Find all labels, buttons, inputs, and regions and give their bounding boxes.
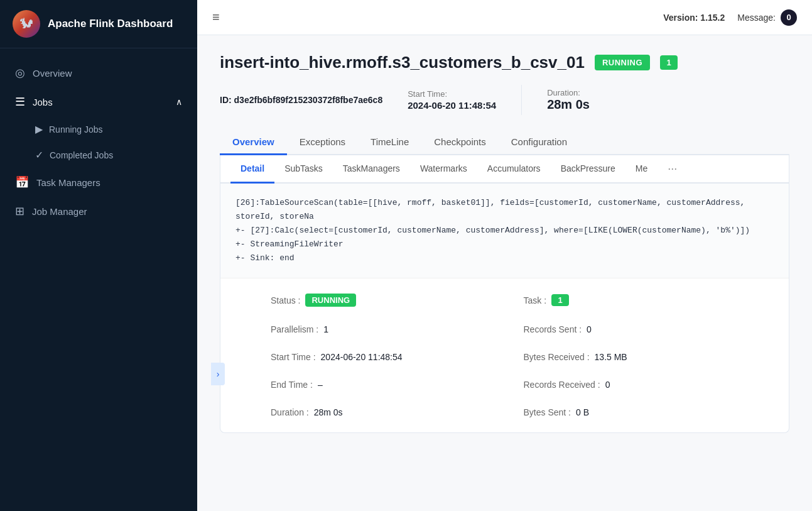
job-title: insert-into_hive.rmoff.s3_customers_b_cs… — [220, 53, 585, 72]
running-jobs-icon: ▶ — [35, 123, 43, 135]
task-row: Task : 1 — [524, 294, 739, 307]
bytes-received-label: Bytes Received : — [524, 352, 590, 362]
end-time-value: – — [318, 380, 323, 390]
job-id-row: ID: d3e2fb6bf89f215230372f8fbe7ae6c8 — [220, 95, 382, 105]
code-line-4: +- Sink: end — [235, 251, 774, 265]
more-tabs-icon[interactable]: ··· — [663, 157, 682, 180]
job-start-time-label: Start Time: — [408, 89, 496, 99]
code-line-3: +- StreamingFileWriter — [235, 238, 774, 251]
sidebar-item-label-running-jobs: Running Jobs — [49, 124, 103, 135]
job-duration-label: Duration: — [547, 88, 590, 97]
sub-tabs: Detail SubTasks TaskManagers Watermarks … — [220, 155, 789, 184]
tab-checkpoints[interactable]: Checkpoints — [421, 130, 499, 155]
sub-tab-subtasks[interactable]: SubTasks — [274, 155, 333, 184]
details-grid: Status : RUNNING Task : 1 Parallelism : … — [220, 278, 789, 432]
sidebar-item-job-manager[interactable]: ⊞ Job Manager — [0, 197, 197, 226]
sidebar-item-label-job-manager: Job Manager — [32, 206, 87, 217]
sidebar-item-label-task-managers: Task Managers — [36, 177, 100, 188]
tab-configuration[interactable]: Configuration — [499, 130, 580, 155]
parallelism-label: Parallelism : — [271, 324, 318, 334]
job-task-count-badge: 1 — [660, 55, 678, 70]
detail-duration-value: 28m 0s — [314, 407, 343, 417]
detail-panel: Detail SubTasks TaskManagers Watermarks … — [220, 155, 789, 433]
topbar: ≡ Version: 1.15.2 Message: 0 — [197, 0, 812, 35]
sidebar-item-task-managers[interactable]: 📅 Task Managers — [0, 168, 197, 197]
bytes-sent-row: Bytes Sent : 0 B — [524, 407, 739, 417]
records-sent-row: Records Sent : 0 — [524, 324, 739, 334]
bytes-received-value: 13.5 MB — [595, 352, 627, 362]
tab-exceptions[interactable]: Exceptions — [287, 130, 358, 155]
task-managers-icon: 📅 — [15, 175, 29, 189]
bytes-sent-value: 0 B — [576, 407, 589, 417]
records-sent-value: 0 — [587, 324, 592, 334]
parallelism-row: Parallelism : 1 — [271, 324, 486, 334]
detail-start-time-label: Start Time : — [271, 352, 316, 362]
hamburger-icon[interactable]: ≡ — [212, 10, 220, 25]
records-sent-label: Records Sent : — [524, 324, 582, 334]
end-time-label: End Time : — [271, 380, 313, 390]
detail-start-time-value: 2024-06-20 11:48:54 — [321, 352, 403, 362]
sub-tab-metrics[interactable]: Me — [625, 155, 658, 184]
app-title: Apache Flink Dashboard — [48, 18, 173, 30]
detail-start-time-row: Start Time : 2024-06-20 11:48:54 — [271, 352, 486, 362]
status-label: Status : — [271, 295, 300, 305]
sidebar-item-label-jobs: Jobs — [33, 97, 53, 107]
records-received-value: 0 — [605, 380, 610, 390]
job-start-time-block: Start Time: 2024-06-20 11:48:54 — [408, 89, 496, 111]
chevron-up-icon: ∧ — [176, 97, 182, 107]
app-logo: 🐿 — [13, 10, 40, 38]
version-display: Version: 1.15.2 — [663, 13, 725, 23]
version-label: Version: — [663, 13, 698, 23]
sub-tab-watermarks[interactable]: Watermarks — [410, 155, 477, 184]
sidebar-item-completed-jobs[interactable]: ✓ Completed Jobs — [0, 142, 197, 168]
expand-panel-button[interactable]: › — [211, 363, 225, 385]
version-value: 1.15.2 — [700, 13, 725, 23]
jobs-icon: ☰ — [15, 95, 25, 109]
status-row: Status : RUNNING — [271, 294, 486, 307]
sub-tab-task-managers[interactable]: TaskManagers — [333, 155, 410, 184]
tab-timeline[interactable]: TimeLine — [358, 130, 421, 155]
code-line-1: [26]:TableSourceScan(table=[[hive, rmoff… — [235, 196, 774, 224]
status-value: RUNNING — [305, 294, 356, 307]
detail-duration-row: Duration : 28m 0s — [271, 407, 486, 417]
message-display: Message: 0 — [737, 9, 797, 26]
completed-jobs-icon: ✓ — [35, 149, 43, 161]
job-plan-code: [26]:TableSourceScan(table=[[hive, rmoff… — [220, 184, 789, 278]
main-area: ≡ Version: 1.15.2 Message: 0 insert-into… — [197, 0, 812, 511]
detail-duration-label: Duration : — [271, 407, 309, 417]
message-badge[interactable]: 0 — [781, 9, 797, 26]
bytes-sent-label: Bytes Sent : — [524, 407, 571, 417]
task-value: 1 — [551, 294, 569, 306]
overview-icon: ◎ — [15, 66, 25, 80]
code-line-2: +- [27]:Calc(select=[customerId, custome… — [235, 224, 774, 238]
parallelism-value: 1 — [323, 324, 328, 334]
vertical-divider — [521, 85, 522, 115]
tab-overview[interactable]: Overview — [220, 130, 287, 155]
job-start-time-value: 2024-06-20 11:48:54 — [408, 100, 496, 111]
job-meta: ID: d3e2fb6bf89f215230372f8fbe7ae6c8 Sta… — [220, 85, 789, 115]
sidebar-item-overview[interactable]: ◎ Overview — [0, 58, 197, 87]
sidebar-header: 🐿 Apache Flink Dashboard — [0, 0, 197, 48]
sub-tab-back-pressure[interactable]: BackPressure — [551, 155, 625, 184]
job-id-label: ID: — [220, 95, 232, 105]
job-header: insert-into_hive.rmoff.s3_customers_b_cs… — [220, 53, 789, 72]
job-manager-icon: ⊞ — [15, 204, 24, 218]
sidebar-item-label-overview: Overview — [33, 68, 72, 79]
sidebar-item-jobs[interactable]: ☰ Jobs ∧ — [0, 87, 197, 116]
sub-tab-accumulators[interactable]: Accumulators — [477, 155, 551, 184]
job-duration-value: 28m 0s — [547, 97, 590, 112]
task-label: Task : — [524, 295, 547, 305]
job-status-badge: RUNNING — [595, 55, 650, 70]
main-tabs: Overview Exceptions TimeLine Checkpoints… — [220, 130, 789, 155]
sidebar: 🐿 Apache Flink Dashboard ◎ Overview ☰ Jo… — [0, 0, 197, 511]
job-duration-block: Duration: 28m 0s — [547, 88, 590, 112]
sidebar-item-running-jobs[interactable]: ▶ Running Jobs — [0, 116, 197, 142]
message-label: Message: — [737, 13, 776, 23]
sub-tab-detail[interactable]: Detail — [230, 155, 274, 184]
job-id-value: d3e2fb6bf89f215230372f8fbe7ae6c8 — [234, 95, 383, 105]
records-received-row: Records Received : 0 — [524, 380, 739, 390]
bytes-received-row: Bytes Received : 13.5 MB — [524, 352, 739, 362]
end-time-row: End Time : – — [271, 380, 486, 390]
sidebar-nav: ◎ Overview ☰ Jobs ∧ ▶ Running Jobs ✓ Com… — [0, 48, 197, 511]
content-area: insert-into_hive.rmoff.s3_customers_b_cs… — [197, 35, 812, 511]
